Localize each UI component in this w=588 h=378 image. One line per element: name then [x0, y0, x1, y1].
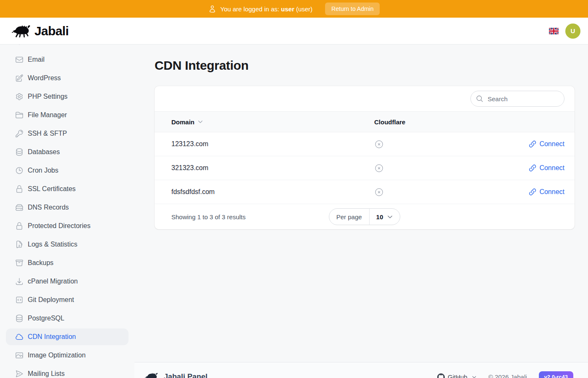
sidebar-item-mailing-lists[interactable]: Mailing Lists: [6, 365, 129, 378]
per-page-value: 10: [376, 213, 383, 220]
lock-icon: [15, 222, 24, 230]
sidebar-item-label: Backups: [28, 259, 53, 267]
github-link[interactable]: GitHub: [437, 373, 477, 378]
envelope-icon: [15, 55, 24, 64]
sidebar-item-clipped[interactable]: [6, 45, 129, 50]
impersonation-bar: You are logged in as: user (user) Return…: [0, 0, 588, 18]
pagination-bar: Showing 1 to 3 of 3 results Per page 10: [155, 204, 575, 229]
paper-plane-icon: [15, 370, 24, 378]
sidebar-item-label: SSL Certificates: [28, 185, 76, 193]
sidebar-item-email[interactable]: Email: [6, 51, 129, 68]
connect-button[interactable]: Connect: [529, 188, 564, 196]
key-icon: [15, 129, 24, 138]
link-icon: [529, 188, 536, 196]
per-page-select[interactable]: 10: [370, 209, 400, 225]
server-icon: [15, 203, 24, 212]
sidebar-item-protected-directories[interactable]: Protected Directories: [6, 218, 129, 234]
sidebar-item-wordpress[interactable]: WordPress: [6, 70, 129, 87]
brand-logo[interactable]: Jabali: [12, 24, 68, 38]
sidebar-item-databases[interactable]: Databases: [6, 144, 129, 160]
pencil-square-icon: [15, 74, 24, 82]
search-icon: [476, 95, 483, 102]
footer-brand: Jabali Panel: [145, 372, 207, 378]
column-header-domain[interactable]: Domain: [155, 118, 374, 126]
sidebar-item-label: PostgreSQL: [28, 315, 64, 322]
page-title: CDN Integration: [155, 59, 575, 72]
sidebar-item-ssh-sftp[interactable]: SSH & SFTP: [6, 125, 129, 142]
boar-logo-icon: [12, 24, 31, 38]
sidebar-item-cdn-integration[interactable]: CDN Integration: [6, 328, 129, 345]
per-page-label: Per page: [329, 209, 370, 225]
table-row[interactable]: 123123.com Connect: [155, 132, 575, 156]
chevron-down-icon: [472, 375, 477, 378]
user-icon: [208, 5, 216, 13]
sidebar-item-dns-records[interactable]: DNS Records: [6, 199, 129, 216]
x-circle-icon: [374, 187, 384, 197]
connect-button[interactable]: Connect: [529, 164, 564, 172]
sidebar-item-label: cPanel Migration: [28, 278, 78, 285]
connect-label: Connect: [539, 164, 564, 172]
sidebar-item-php-settings[interactable]: PHP Settings: [6, 88, 129, 105]
connect-button[interactable]: Connect: [529, 140, 564, 148]
uk-flag-icon[interactable]: [549, 28, 559, 34]
sidebar-item-backups[interactable]: Backups: [6, 255, 129, 271]
lock-icon: [15, 185, 24, 193]
domain-cell: 123123.com: [155, 140, 374, 148]
user-avatar[interactable]: U: [565, 24, 580, 39]
globe-icon: [15, 45, 24, 45]
copyright-text: © 2026 Jabali: [488, 373, 527, 378]
search-input[interactable]: [470, 91, 564, 107]
archive-box-icon: [15, 259, 24, 267]
sidebar-item-postgresql[interactable]: PostgreSQL: [6, 310, 129, 327]
photo-icon: [15, 351, 24, 360]
sidebar-item-cpanel-migration[interactable]: cPanel Migration: [6, 273, 129, 290]
chevron-down-icon: [197, 119, 203, 125]
column-label: Cloudflare: [374, 118, 405, 126]
sidebar-item-label: Mailing Lists: [28, 370, 65, 378]
sidebar-item-file-manager[interactable]: File Manager: [6, 107, 129, 123]
sidebar-item-logs-statistics[interactable]: Logs & Statistics: [6, 236, 129, 253]
connect-label: Connect: [539, 188, 564, 196]
sidebar-item-label: SSH & SFTP: [28, 130, 67, 137]
boar-logo-icon: [145, 372, 158, 378]
sidebar-item-label: Email: [28, 56, 45, 63]
results-summary: Showing 1 to 3 of 3 results: [171, 213, 246, 220]
download-icon: [15, 277, 24, 286]
folder-icon: [15, 111, 24, 119]
sidebar-item-label: Databases: [28, 148, 60, 156]
sidebar-item-image-optimization[interactable]: Image Optimization: [6, 347, 129, 364]
sidebar-item-label: DNS Records: [28, 204, 69, 211]
document-icon: [15, 240, 24, 249]
domain-cell: fdsfsdfdsf.com: [155, 188, 374, 196]
version-badge[interactable]: v2.0-rc43: [539, 371, 573, 378]
table-row[interactable]: 321323.com Connect: [155, 156, 575, 180]
sidebar-item-label: Git Deployment: [28, 296, 74, 304]
github-icon: [437, 373, 445, 378]
cdn-table-card: Domain Cloudflare 123123.com Connect: [155, 86, 575, 229]
sidebar-item-ssl-certificates[interactable]: SSL Certificates: [6, 181, 129, 197]
link-icon: [529, 164, 536, 172]
table-toolbar: [155, 86, 575, 111]
main-content: CDN Integration Domain Cloudflare 123123…: [134, 45, 588, 378]
sidebar-item-label: PHP Settings: [28, 93, 68, 100]
table-header-row: Domain Cloudflare: [155, 111, 575, 132]
return-to-admin-button[interactable]: Return to Admin: [325, 3, 380, 15]
database-icon: [15, 148, 24, 156]
table-row[interactable]: fdsfsdfdsf.com Connect: [155, 180, 575, 204]
github-label: GitHub: [448, 373, 467, 378]
connect-label: Connect: [539, 140, 564, 148]
footer-brand-name: Jabali Panel: [164, 373, 207, 378]
sidebar-item-cron-jobs[interactable]: Cron Jobs: [6, 162, 129, 179]
cloud-icon: [15, 333, 24, 341]
per-page-control: Per page 10: [329, 208, 401, 225]
sidebar-item-label: Protected Directories: [28, 222, 90, 230]
brand-name: Jabali: [34, 24, 68, 38]
clock-icon: [15, 166, 24, 175]
database-icon: [15, 314, 24, 323]
page-footer: Jabali Panel GitHub © 2026 Jabali v2.0-r…: [134, 362, 588, 378]
sidebar-item-git-deployment[interactable]: Git Deployment: [6, 291, 129, 308]
app-header: Jabali U: [0, 18, 588, 45]
sidebar-item-label: Logs & Statistics: [28, 241, 77, 248]
column-label: Domain: [171, 118, 194, 126]
login-role: (user): [296, 5, 312, 13]
